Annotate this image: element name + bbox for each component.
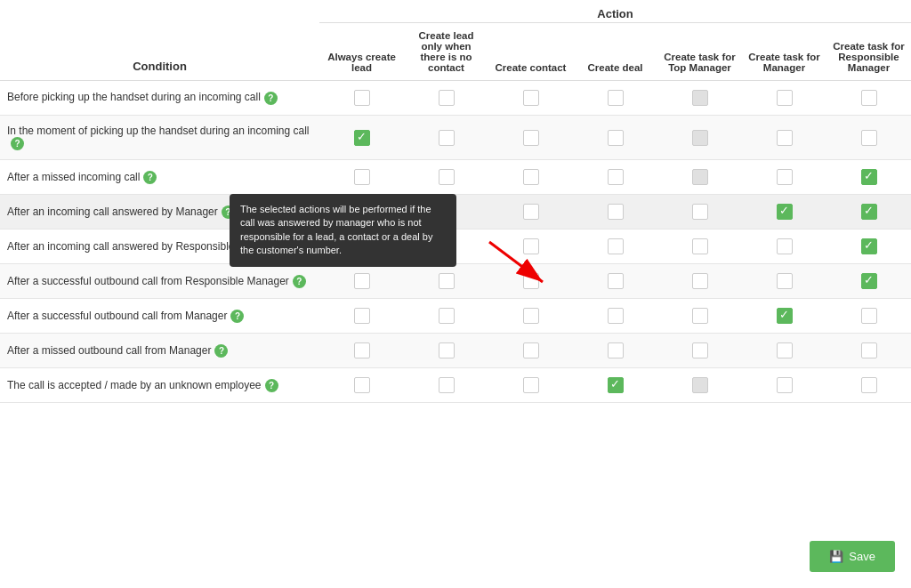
checkbox-2-2[interactable] [523,169,539,185]
checkbox-5-4[interactable] [692,273,708,289]
checkbox-4-3[interactable] [608,238,624,254]
checkbox-4-5[interactable] [777,238,793,254]
checkbox-cell-6-2 [488,299,573,334]
checkbox-6-0[interactable] [354,308,370,324]
checkbox-cell-1-1 [404,116,488,160]
checkbox-5-5[interactable] [777,273,793,289]
checkbox-1-6[interactable] [861,130,877,146]
help-icon-1[interactable]: ? [11,137,24,150]
checkbox-6-3[interactable] [608,308,624,324]
checkbox-1-3[interactable] [608,130,624,146]
checkbox-cell-7-1 [404,334,488,368]
checkbox-0-2[interactable] [523,90,539,106]
checkbox-cell-1-2 [488,116,573,160]
checkbox-3-4[interactable] [692,204,708,220]
checkbox-6-5[interactable] [777,308,793,324]
checkbox-2-5[interactable] [777,169,793,185]
checkbox-0-5[interactable] [777,90,793,106]
checkbox-cell-0-6 [826,81,911,116]
checkbox-cell-2-3 [573,160,657,195]
checkbox-cell-8-3 [573,368,657,403]
tooltip-text: The selected actions will be performed i… [240,204,432,255]
checkbox-4-6[interactable] [861,238,877,254]
checkbox-8-5[interactable] [777,377,793,393]
checkbox-cell-0-1 [404,81,488,116]
condition-cell-1: In the moment of picking up the handset … [0,116,319,160]
checkbox-4-4[interactable] [692,238,708,254]
save-label: Save [849,550,875,563]
checkbox-0-3[interactable] [608,90,624,106]
checkbox-5-2[interactable] [523,273,539,289]
checkbox-7-6[interactable] [861,342,877,358]
main-header-row: Condition Action [0,0,911,23]
col-create-task-responsible-manager: Create task for Responsible Manager [826,23,911,81]
checkbox-cell-8-4 [657,368,742,403]
checkbox-2-0[interactable] [354,169,370,185]
checkbox-1-0[interactable] [354,130,370,146]
condition-cell-2: After a missed incoming call? [0,160,319,195]
checkbox-7-2[interactable] [523,342,539,358]
checkbox-7-1[interactable] [439,342,455,358]
checkbox-8-2[interactable] [523,377,539,393]
checkbox-6-6[interactable] [861,308,877,324]
col-create-lead-no-contact: Create lead only when there is no contac… [404,23,488,81]
checkbox-0-6[interactable] [861,90,877,106]
checkbox-8-6[interactable] [861,377,877,393]
save-button[interactable]: 💾 Save [810,541,895,572]
save-button-wrapper: 💾 Save [810,541,895,572]
help-icon-2[interactable]: ? [143,171,157,184]
checkbox-cell-8-1 [404,368,488,403]
checkbox-3-2[interactable] [523,204,539,220]
checkbox-1-1[interactable] [439,130,455,146]
checkbox-8-1[interactable] [439,377,455,393]
col-create-deal: Create deal [573,23,657,81]
checkbox-cell-2-6 [826,160,911,195]
help-icon-7[interactable]: ? [214,344,228,358]
checkbox-8-4[interactable] [692,377,708,393]
checkbox-cell-5-5 [742,264,826,299]
help-icon-5[interactable]: ? [293,275,306,288]
checkbox-8-3[interactable] [608,377,624,393]
checkbox-5-6[interactable] [861,273,877,289]
help-icon-0[interactable]: ? [264,92,278,105]
help-icon-8[interactable]: ? [265,379,278,392]
table-row: In the moment of picking up the handset … [0,116,911,160]
checkbox-6-4[interactable] [692,308,708,324]
checkbox-1-2[interactable] [523,130,539,146]
checkbox-cell-2-1 [404,160,488,195]
checkbox-cell-5-1 [404,264,488,299]
checkbox-4-2[interactable] [523,238,539,254]
table-row: The call is accepted / made by an unknow… [0,368,911,403]
checkbox-cell-6-0 [319,299,404,334]
checkbox-5-0[interactable] [354,273,370,289]
checkbox-1-5[interactable] [777,130,793,146]
checkbox-7-0[interactable] [354,342,370,358]
checkbox-2-1[interactable] [439,169,455,185]
checkbox-cell-3-6 [826,195,911,230]
checkbox-0-1[interactable] [439,90,455,106]
checkbox-cell-7-0 [319,334,404,368]
checkbox-3-6[interactable] [861,204,877,220]
checkbox-6-2[interactable] [523,308,539,324]
condition-cell-7: After a missed outbound call from Manage… [0,334,319,368]
checkbox-0-4[interactable] [692,90,708,106]
col-create-contact: Create contact [488,23,573,81]
checkbox-7-5[interactable] [777,342,793,358]
checkbox-2-3[interactable] [608,169,624,185]
checkbox-7-4[interactable] [692,342,708,358]
checkbox-cell-1-4 [657,116,742,160]
checkbox-3-3[interactable] [608,204,624,220]
checkbox-5-3[interactable] [608,273,624,289]
checkbox-cell-6-5 [742,299,826,334]
checkbox-3-5[interactable] [777,204,793,220]
checkbox-5-1[interactable] [439,273,455,289]
checkbox-0-0[interactable] [354,90,370,106]
checkbox-6-1[interactable] [439,308,455,324]
checkbox-cell-3-2 [488,195,573,230]
help-icon-6[interactable]: ? [230,310,244,323]
checkbox-8-0[interactable] [354,377,370,393]
checkbox-2-4[interactable] [692,169,708,185]
checkbox-1-4[interactable] [692,130,708,146]
checkbox-2-6[interactable] [861,169,877,185]
checkbox-7-3[interactable] [608,342,624,358]
